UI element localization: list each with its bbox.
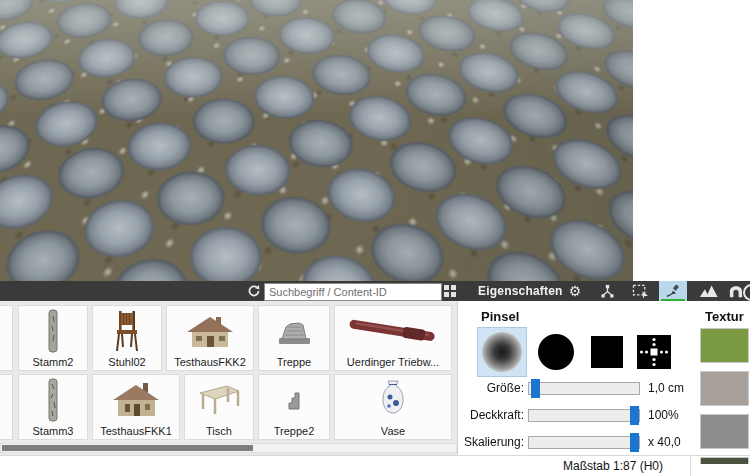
grid-view-icon bbox=[444, 285, 456, 297]
scale-indicator: Maßstab 1:87 (H0) bbox=[563, 459, 663, 473]
properties-panel-title: Eigenschaften bbox=[478, 281, 563, 301]
paint-terrain-button[interactable] bbox=[661, 281, 685, 301]
texture-section: Textur bbox=[698, 301, 750, 476]
brush-hard-round-button[interactable] bbox=[538, 334, 574, 370]
selection-tool-button[interactable] bbox=[630, 281, 650, 301]
asset-label: Stuhl02 bbox=[108, 355, 145, 369]
asset-label: Treppe2 bbox=[274, 424, 315, 438]
small-stairs-thumbnail bbox=[259, 375, 329, 424]
scrollbar-thumb[interactable] bbox=[2, 445, 253, 451]
log-thumbnail bbox=[19, 375, 87, 424]
texture-section-label: Textur bbox=[705, 309, 744, 324]
house-thumbnail bbox=[93, 375, 179, 424]
asset-item-testhausfkk2[interactable]: TesthausFKK2 bbox=[166, 305, 254, 371]
refresh-button[interactable] bbox=[245, 281, 263, 301]
asset-item-stamm3[interactable]: Stamm3 bbox=[18, 374, 88, 440]
asset-label: Vase bbox=[381, 424, 405, 438]
pattern-brush-icon bbox=[637, 335, 671, 369]
brush-pattern-button[interactable] bbox=[637, 335, 671, 369]
size-slider-label: Größe: bbox=[458, 381, 524, 395]
brush-square-button[interactable] bbox=[591, 336, 623, 368]
texture-swatch-stone[interactable] bbox=[700, 414, 749, 449]
asset-label: TesthausFKK1 bbox=[100, 424, 172, 438]
house-thumbnail bbox=[167, 306, 253, 355]
viewport-haze bbox=[0, 0, 633, 281]
opacity-slider-handle[interactable] bbox=[630, 406, 639, 425]
texture-swatch-dark[interactable] bbox=[700, 457, 749, 464]
brush-soft-round-button[interactable] bbox=[477, 327, 527, 377]
opacity-slider-label: Deckkraft: bbox=[458, 408, 524, 422]
status-bar: Maßstab 1:87 (H0) bbox=[0, 455, 750, 476]
settings-button[interactable]: ⚙ bbox=[566, 281, 584, 301]
asset-label: Treppe bbox=[277, 355, 311, 369]
scaling-slider[interactable] bbox=[528, 436, 640, 449]
stairs-thumbnail bbox=[259, 306, 329, 355]
log-thumbnail bbox=[19, 306, 87, 355]
node-tool-button[interactable] bbox=[598, 281, 616, 301]
table-thumbnail bbox=[185, 375, 253, 424]
selection-tool-icon bbox=[632, 284, 649, 299]
asset-browser-panel: Stamm2 Stuhl02 TesthausFKK2 Treppe Uerdi… bbox=[0, 301, 458, 455]
search-input[interactable] bbox=[264, 283, 442, 301]
node-tool-icon bbox=[600, 284, 615, 299]
main-toolbar: Eigenschaften ⚙ bbox=[0, 281, 750, 301]
texture-swatch-grass[interactable] bbox=[700, 328, 749, 363]
asset-item-treppe[interactable]: Treppe bbox=[258, 305, 330, 371]
tunnel-icon bbox=[728, 284, 744, 298]
asset-item-stamm2[interactable]: Stamm2 bbox=[18, 305, 88, 371]
soft-round-brush-icon bbox=[482, 332, 522, 372]
texture-swatch-gravel[interactable] bbox=[700, 371, 749, 406]
scaling-value: x 40,0 bbox=[648, 435, 681, 449]
scaling-slider-handle[interactable] bbox=[630, 433, 639, 452]
asset-label: Stamm2 bbox=[33, 355, 74, 369]
asset-label: Stamm3 bbox=[33, 424, 74, 438]
grid-view-button[interactable] bbox=[442, 281, 458, 301]
opacity-slider[interactable] bbox=[528, 409, 640, 422]
railcar-thumbnail bbox=[335, 306, 451, 355]
brush-section-label: Pinsel bbox=[481, 309, 519, 324]
terrain-button[interactable] bbox=[698, 281, 720, 301]
opacity-value: 100% bbox=[648, 408, 679, 422]
asset-item-partial[interactable] bbox=[0, 374, 13, 440]
refresh-icon bbox=[247, 284, 261, 298]
asset-item-tisch[interactable]: Tisch bbox=[184, 374, 254, 440]
asset-label: Uerdinger Triebw... bbox=[347, 355, 439, 369]
size-slider[interactable] bbox=[528, 382, 640, 395]
asset-item-vase[interactable]: Vase bbox=[334, 374, 452, 440]
statusbar-separator bbox=[690, 456, 691, 476]
vase-thumbnail bbox=[335, 375, 451, 424]
size-slider-handle[interactable] bbox=[531, 379, 540, 398]
3d-viewport[interactable] bbox=[0, 0, 633, 281]
horizontal-scrollbar[interactable] bbox=[0, 443, 457, 453]
scaling-slider-label: Skalierung: bbox=[458, 435, 524, 449]
asset-label: TesthausFKK2 bbox=[174, 355, 246, 369]
asset-item-treppe2[interactable]: Treppe2 bbox=[258, 374, 330, 440]
paintbrush-icon bbox=[664, 283, 682, 299]
size-value: 1,0 cm bbox=[648, 381, 684, 395]
chair-thumbnail bbox=[93, 306, 161, 355]
terrain-icon bbox=[699, 284, 719, 298]
asset-label: Tisch bbox=[206, 424, 232, 438]
eep-editor-window: Eigenschaften ⚙ bbox=[0, 0, 750, 476]
asset-item-stuhl02[interactable]: Stuhl02 bbox=[92, 305, 162, 371]
asset-item-testhausfkk1[interactable]: TesthausFKK1 bbox=[92, 374, 180, 440]
gear-icon: ⚙ bbox=[569, 283, 582, 299]
asset-item-partial[interactable] bbox=[0, 305, 13, 371]
asset-item-uerdinger[interactable]: Uerdinger Triebw... bbox=[334, 305, 452, 371]
